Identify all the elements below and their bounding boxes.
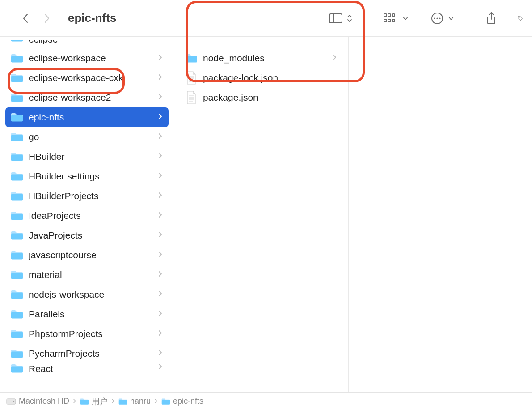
item-label: node_modules: [203, 53, 327, 64]
folder-icon: [11, 112, 23, 122]
folder-icon: [11, 250, 23, 260]
list-item[interactable]: package-lock.json: [180, 68, 343, 88]
disclosure-arrow: [158, 212, 162, 220]
list-item[interactable]: eclipse: [5, 40, 169, 48]
path-item[interactable]: Macintosh HD: [6, 397, 69, 406]
group-by-control[interactable]: [384, 13, 409, 24]
folder-icon: [185, 53, 198, 63]
chevron-right-icon: [158, 153, 162, 159]
window-title: epic-nfts: [68, 11, 116, 25]
column-3[interactable]: [349, 37, 532, 392]
chevron-right-icon: [158, 363, 162, 370]
disclosure-arrow: [158, 350, 162, 358]
folder-icon: [11, 132, 23, 142]
column-2[interactable]: node_modulespackage-lock.jsonpackage.jso…: [174, 37, 349, 392]
chevron-right-icon: [158, 251, 162, 257]
disclosure-arrow: [158, 231, 162, 239]
path-separator: [73, 398, 76, 405]
disclosure-arrow: [158, 290, 162, 299]
disclosure-arrow: [333, 54, 337, 62]
list-item[interactable]: epic-nfts: [5, 107, 169, 127]
folder-icon: [11, 93, 23, 102]
list-item[interactable]: React: [5, 363, 169, 376]
disclosure-arrow: [158, 330, 162, 338]
item-label: eclipse-workspace: [29, 53, 153, 64]
list-item[interactable]: HBuilder: [5, 147, 169, 167]
path-label: 用户: [92, 396, 108, 407]
path-label: Macintosh HD: [19, 397, 69, 406]
svg-rect-11: [392, 14, 395, 17]
chevron-right-icon: [158, 231, 162, 238]
path-separator: [111, 398, 115, 405]
svg-rect-14: [392, 19, 395, 22]
folder-icon: [11, 40, 23, 42]
item-label: material: [29, 269, 153, 280]
list-item[interactable]: IdeaProjects: [5, 206, 169, 226]
forward-button[interactable]: [44, 13, 50, 23]
svg-rect-6: [329, 14, 342, 23]
column-view: eclipseeclipse-workspaceeclipse-workspac…: [0, 37, 532, 392]
folder-icon: [118, 398, 127, 405]
svg-point-17: [436, 17, 438, 19]
item-label: HBuilder settings: [29, 171, 153, 182]
chevron-right-icon: [158, 212, 162, 218]
list-item[interactable]: material: [5, 265, 169, 285]
item-label: HBuilder: [29, 151, 153, 162]
folder-icon: [11, 191, 23, 201]
svg-point-21: [13, 401, 14, 401]
list-item[interactable]: HBuilder settings: [5, 167, 169, 186]
chevron-right-icon: [158, 350, 162, 356]
folder-icon: [11, 73, 23, 83]
folder-icon: [11, 363, 23, 373]
folder-icon: [161, 398, 170, 405]
view-mode-control[interactable]: [329, 13, 352, 24]
list-item[interactable]: PycharmProjects: [5, 344, 169, 363]
folder-icon: [11, 349, 23, 359]
back-button[interactable]: [22, 13, 29, 23]
item-label: PhpstormProjects: [29, 329, 153, 339]
svg-rect-9: [384, 14, 387, 17]
list-item[interactable]: HBuilderProjects: [5, 186, 169, 206]
svg-rect-10: [388, 14, 391, 17]
item-label: eclipse: [29, 40, 162, 45]
file-icon: [186, 91, 197, 104]
tags-button-partial[interactable]: [515, 12, 523, 25]
list-item[interactable]: JavaProjects: [5, 226, 169, 245]
item-label: React: [29, 363, 153, 374]
list-item[interactable]: package.json: [180, 88, 343, 107]
disk-icon: [6, 398, 16, 405]
path-item[interactable]: epic-nfts: [161, 397, 203, 406]
action-menu-control[interactable]: [431, 12, 454, 25]
disclosure-arrow: [158, 192, 162, 200]
chevron-right-icon: [158, 94, 162, 100]
item-label: HBuilderProjects: [29, 191, 153, 201]
share-button[interactable]: [486, 12, 497, 25]
list-item[interactable]: PhpstormProjects: [5, 324, 169, 344]
item-label: package.json: [203, 92, 337, 103]
list-item[interactable]: javascriptcourse: [5, 245, 169, 265]
svg-rect-12: [384, 19, 387, 22]
svg-rect-13: [388, 19, 391, 22]
chevron-right-icon: [158, 133, 162, 139]
list-item[interactable]: nodejs-workspace: [5, 285, 169, 304]
column-1[interactable]: eclipseeclipse-workspaceeclipse-workspac…: [0, 37, 174, 392]
list-item[interactable]: eclipse-workspace: [5, 48, 169, 68]
chevron-right-icon: [158, 330, 162, 336]
list-item[interactable]: eclipse-workspace-cxk: [5, 68, 169, 88]
list-item[interactable]: eclipse-workspace2: [5, 88, 169, 107]
item-label: epic-nfts: [29, 112, 153, 123]
path-separator: [154, 398, 158, 405]
disclosure-arrow: [158, 133, 162, 141]
item-label: PycharmProjects: [29, 348, 153, 359]
path-item[interactable]: hanru: [118, 397, 151, 406]
list-item[interactable]: Parallels: [5, 304, 169, 324]
disclosure-arrow: [158, 172, 162, 180]
path-item[interactable]: 用户: [80, 396, 108, 407]
list-item[interactable]: go: [5, 127, 169, 147]
toolbar: epic-nfts: [0, 0, 532, 37]
disclosure-arrow: [158, 94, 162, 102]
path-label: epic-nfts: [173, 397, 203, 406]
list-item[interactable]: node_modules: [180, 48, 343, 68]
folder-icon: [11, 171, 23, 181]
disclosure-arrow: [158, 74, 162, 82]
